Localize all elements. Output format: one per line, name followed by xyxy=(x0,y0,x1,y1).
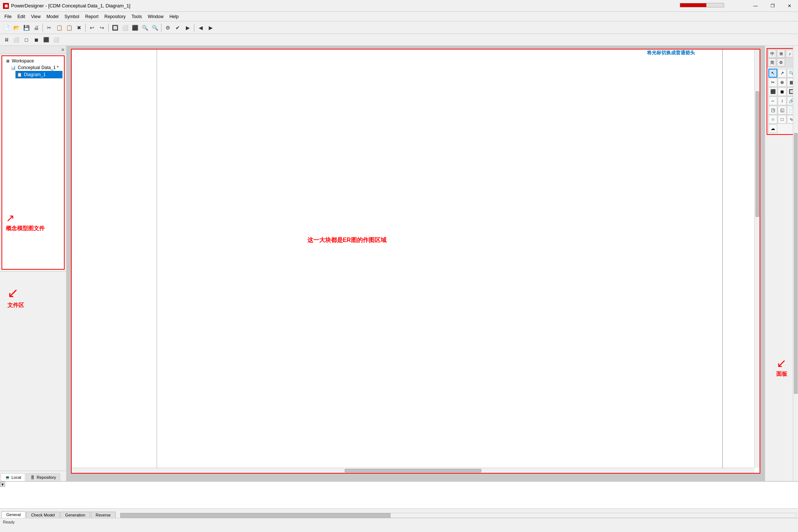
bottom-collapse[interactable]: ▼ xyxy=(0,482,5,487)
model-icon: 📊 xyxy=(10,65,16,71)
tb-undo[interactable]: ↩ xyxy=(87,23,97,33)
hscroll-thumb[interactable] xyxy=(345,469,481,473)
menu-bar: File Edit View Model Symbol Report Repos… xyxy=(0,12,798,21)
tb-redo[interactable]: ↪ xyxy=(97,23,107,33)
minimize-button[interactable]: — xyxy=(747,0,764,12)
tb-zoom-frame[interactable]: 🔲 xyxy=(110,23,120,33)
bottom-scroll-thumb[interactable] xyxy=(120,513,391,518)
tb-zoom-page[interactable]: ⬜ xyxy=(120,23,130,33)
tb-paste[interactable]: 📋 xyxy=(64,23,74,33)
tool-rect[interactable]: □ xyxy=(778,115,787,124)
tb2-view4[interactable]: ⬛ xyxy=(41,35,51,45)
file-area: ↙ 文件区 xyxy=(0,271,66,471)
tb2-view2[interactable]: ◻ xyxy=(21,35,31,45)
close-button[interactable]: ✕ xyxy=(781,0,798,12)
tab-generation[interactable]: Generation xyxy=(60,512,90,518)
app-icon: ▣ xyxy=(3,3,9,9)
panel-close-btn[interactable]: ✕ xyxy=(61,47,65,52)
tb-properties[interactable]: ⚙ xyxy=(163,23,173,33)
tree-workspace[interactable]: 🖥 Workspace xyxy=(4,58,62,64)
status-bar: Ready xyxy=(0,518,798,525)
menu-repository[interactable]: Repository xyxy=(102,13,129,20)
tool-relation2[interactable]: ↕ xyxy=(778,96,787,105)
restore-button[interactable]: ❐ xyxy=(764,0,781,12)
panel-label: 面板 xyxy=(776,371,787,378)
tb-zoom-out[interactable]: 🔍 xyxy=(150,23,160,33)
tb2-view3[interactable]: ◼ xyxy=(31,35,41,45)
status-text: Ready xyxy=(3,520,15,524)
main-area: ✕ 🖥 Workspace 📊 Conceptual Data_1 * 📋 Di… xyxy=(0,46,798,481)
panel-annotation-container: ↙ 面板 xyxy=(776,357,787,378)
menu-edit[interactable]: Edit xyxy=(14,13,28,20)
tb2-view5[interactable]: ⬜ xyxy=(51,35,61,45)
tb-open[interactable]: 📂 xyxy=(11,23,21,33)
menu-help[interactable]: Help xyxy=(167,13,182,20)
repo-tab-icon: 🗄 xyxy=(30,475,35,480)
canvas-vscrollbar[interactable] xyxy=(754,50,760,468)
tool-oval[interactable]: ○ xyxy=(768,115,777,124)
vscroll-thumb[interactable] xyxy=(756,91,759,217)
menu-tools[interactable]: Tools xyxy=(129,13,145,20)
menu-symbol[interactable]: Symbol xyxy=(62,13,82,20)
menu-window[interactable]: Window xyxy=(145,13,167,20)
bottom-tabs: General Check Model Generation Reverse xyxy=(0,508,798,518)
tb-next-diag[interactable]: ▶ xyxy=(206,23,215,33)
canvas-vline-left xyxy=(157,50,157,473)
diagram-label: Diagram_1 xyxy=(24,72,46,77)
tab-local[interactable]: 💻 Local xyxy=(1,473,25,481)
mode-simple[interactable]: 简 xyxy=(768,58,776,66)
tool-entity2[interactable]: ◼ xyxy=(778,87,787,96)
tool-entity[interactable]: ⬛ xyxy=(768,87,777,96)
canvas-hscrollbar[interactable] xyxy=(72,468,754,473)
mode-grid[interactable]: ⊞ xyxy=(777,50,785,58)
tab-repository[interactable]: 🗄 Repository xyxy=(26,473,60,481)
tb-fit[interactable]: ⬛ xyxy=(130,23,140,33)
menu-view[interactable]: View xyxy=(28,13,44,20)
left-tabs: 💻 Local 🗄 Repository xyxy=(0,471,66,481)
toolbar2: 🖥 ⬜ ◻ ◼ ⬛ ⬜ xyxy=(0,34,798,46)
toolbox-header: 中 ⊞ ♪ 简 ⚙ xyxy=(767,49,796,68)
tb-zoom-in[interactable]: 🔍 xyxy=(140,23,150,33)
tab-check-model[interactable]: Check Model xyxy=(26,512,59,518)
tb2-browser[interactable]: 🖥 xyxy=(1,35,11,45)
tree-view[interactable]: 🖥 Workspace 📊 Conceptual Data_1 * 📋 Diag… xyxy=(1,55,65,270)
tab-reverse[interactable]: Reverse xyxy=(91,512,116,518)
tool-select[interactable]: ↖ xyxy=(768,69,777,78)
tool-select2[interactable]: ↗ xyxy=(778,69,787,78)
tb-check[interactable]: ✔ xyxy=(173,23,183,33)
mode-cn1[interactable]: 中 xyxy=(768,50,776,58)
tab-general[interactable]: General xyxy=(1,511,25,518)
tb-save[interactable]: 💾 xyxy=(21,23,31,33)
tool-zoom2[interactable]: ⊕ xyxy=(778,78,787,87)
model-label: Conceptual Data_1 * xyxy=(18,65,59,70)
tb-print[interactable]: 🖨 xyxy=(31,23,41,33)
menu-report[interactable]: Report xyxy=(82,13,102,20)
diagram-canvas[interactable]: 这一大块都是ER图的作图区域 xyxy=(71,49,760,474)
menu-model[interactable]: Model xyxy=(44,13,62,20)
model-file-annotation: ↗ 概念模型图文件 xyxy=(6,213,45,232)
panel-header: ✕ xyxy=(0,46,66,54)
right-scroll-thumb[interactable] xyxy=(794,133,798,394)
tree-model[interactable]: 📊 Conceptual Data_1 * xyxy=(10,64,62,71)
tool-cloud[interactable]: ☁ xyxy=(768,124,777,133)
tool-inherit2[interactable]: ◱ xyxy=(778,106,787,115)
tb-prev-diag[interactable]: ◀ xyxy=(196,23,205,33)
bottom-hscroll[interactable] xyxy=(120,513,797,518)
tb-generate[interactable]: ▶ xyxy=(183,23,192,33)
menu-file[interactable]: File xyxy=(1,13,14,20)
workspace-label: Workspace xyxy=(12,58,34,64)
tb-cut[interactable]: ✂ xyxy=(44,23,54,33)
tb-new[interactable]: 📄 xyxy=(1,23,11,33)
right-scrollbar[interactable] xyxy=(793,46,798,481)
tb-copy[interactable]: 📋 xyxy=(54,23,64,33)
file-area-annotation: ↙ 文件区 xyxy=(7,286,24,309)
tree-indent2: 📋 Diagram_1 xyxy=(10,71,62,78)
tree-diagram[interactable]: 📋 Diagram_1 xyxy=(16,71,62,78)
bottom-content xyxy=(0,482,798,508)
tb2-view1[interactable]: ⬜ xyxy=(11,35,21,45)
tool-cut[interactable]: ✂ xyxy=(768,78,777,87)
mode-settings[interactable]: ⚙ xyxy=(777,58,785,66)
tool-inherit[interactable]: ◳ xyxy=(768,106,777,115)
tool-relation[interactable]: ↔ xyxy=(768,96,777,105)
tb-delete[interactable]: ✖ xyxy=(74,23,84,33)
